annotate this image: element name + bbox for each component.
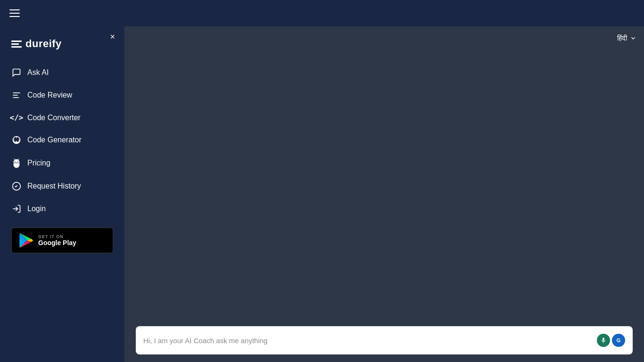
hamburger-button[interactable] [8, 8, 22, 19]
sidebar: × dureify Ask AI [0, 26, 124, 362]
sidebar-item-login[interactable]: Login [0, 197, 124, 220]
gemini-icon[interactable]: G [612, 334, 625, 347]
code-review-icon [11, 90, 22, 100]
google-play-button[interactable]: GET IT ON Google Play [11, 228, 113, 253]
code-generator-icon [11, 135, 22, 145]
sidebar-item-request-history[interactable]: Request History [0, 175, 124, 197]
sidebar-close-button[interactable]: × [106, 30, 119, 44]
sidebar-item-code-converter-label: Code Converter [27, 114, 81, 122]
sidebar-item-request-history-label: Request History [27, 182, 81, 190]
google-play-text: GET IT ON Google Play [38, 234, 76, 247]
code-converter-icon: </> [11, 113, 22, 122]
google-play-icon [17, 232, 34, 249]
sidebar-item-login-label: Login [27, 205, 46, 213]
mic-icon[interactable] [597, 334, 610, 347]
sidebar-item-code-generator[interactable]: Code Generator [0, 129, 124, 151]
logo-icon [11, 41, 22, 48]
main-layout: × dureify Ask AI [0, 26, 644, 362]
sidebar-item-pricing-label: Pricing [27, 159, 50, 167]
ask-ai-icon [11, 68, 22, 77]
login-icon [11, 204, 22, 214]
sidebar-logo: dureify [0, 34, 124, 61]
sidebar-item-code-converter[interactable]: </> Code Converter [0, 107, 124, 129]
pricing-icon [11, 158, 22, 168]
sidebar-item-pricing[interactable]: Pricing [0, 151, 124, 175]
logo-text: dureify [25, 38, 62, 50]
sidebar-item-code-review[interactable]: Code Review [0, 84, 124, 107]
chat-input-container: Hi, I am your AI Coach ask me anything G [136, 326, 633, 354]
chat-area [124, 26, 644, 319]
chevron-down-icon [630, 35, 636, 41]
main-content: हिंदी Hi, I am your AI Coach ask me anyt… [124, 26, 644, 362]
language-label: हिंदी [617, 34, 627, 42]
sidebar-item-ask-ai-label: Ask AI [27, 68, 49, 77]
input-bar: Hi, I am your AI Coach ask me anything G [124, 319, 644, 362]
get-it-on-label: GET IT ON [38, 234, 76, 239]
sidebar-item-code-generator-label: Code Generator [27, 136, 82, 144]
input-placeholder-text[interactable]: Hi, I am your AI Coach ask me anything [143, 337, 597, 345]
input-icons: G [597, 334, 625, 347]
sidebar-item-ask-ai[interactable]: Ask AI [0, 61, 124, 84]
sidebar-item-code-review-label: Code Review [27, 91, 72, 99]
top-bar [0, 0, 644, 26]
language-selector[interactable]: हिंदी [617, 34, 636, 42]
store-name-label: Google Play [38, 239, 76, 247]
request-history-icon [11, 181, 22, 191]
